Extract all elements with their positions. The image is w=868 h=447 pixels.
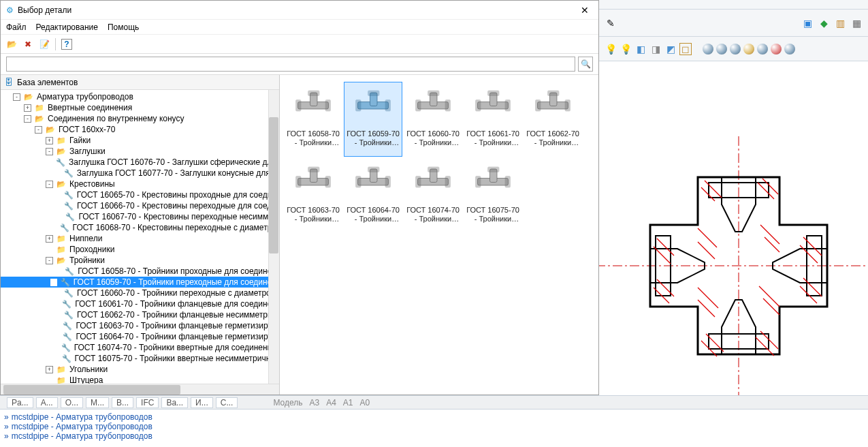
menu-help[interactable]: Помощь [108,22,139,32]
thumb-item-2[interactable]: ГОСТ 16060-70 - Тройники пер... [404,82,462,157]
menu-file[interactable]: Файл [6,22,27,32]
bottom-tab-1[interactable]: A... [36,397,58,408]
bottom-tab-7[interactable]: И... [191,397,213,408]
tree-item-гайки[interactable]: +📁Гайки [1,135,279,146]
bottom-tab-8[interactable]: C... [216,397,238,408]
sphere1-icon[interactable] [703,44,713,55]
expander-icon[interactable]: - [46,181,53,188]
tree-item-т058[interactable]: 🔧ГОСТ 16058-70 - Тройники проходные для … [1,266,279,277]
tree-hscroll[interactable] [1,384,279,395]
cube1-icon[interactable]: ◧ [634,43,647,55]
tree-item-крест[interactable]: -📂Крестовины [1,179,279,189]
thumb-item-8[interactable]: ГОСТ 16075-70 - Тройники вве... [464,158,522,233]
green-icon[interactable]: ◆ [818,17,830,29]
help-icon[interactable]: ? [61,39,72,50]
tree-item-к068[interactable]: 🔧ГОСТ 16068-70 - Крестовины переходные с… [1,222,279,233]
command-console[interactable]: »mcstdpipe - Арматура трубопроводов»mcst… [0,409,868,447]
thumb-item-6[interactable]: ГОСТ 16064-70 - Тройники фла... [344,158,402,233]
sphere3-icon[interactable] [730,44,741,55]
sphere5-icon[interactable] [784,44,795,55]
sphere2-icon[interactable] [716,44,727,55]
tree-scroll[interactable]: -📂Арматура трубопроводов+📁Ввертные соеди… [1,90,279,395]
bottom-tab-4[interactable]: B... [112,397,133,408]
expander-icon[interactable]: + [46,366,53,373]
bottom-tab-2[interactable]: O... [61,397,83,408]
tree-item-т061[interactable]: 🔧ГОСТ 16061-70 - Тройники фланцевые для … [1,298,279,309]
sel-box-icon[interactable]: ◻ [679,43,692,55]
sheet-tab-0[interactable]: Модель [273,398,302,407]
expander-icon[interactable]: - [35,126,42,134]
bulb-off-icon[interactable]: 💡 [620,43,632,55]
bulb-icon[interactable]: 💡 [605,43,617,55]
tee-icon [411,83,455,127]
tree-item-к065[interactable]: 🔧ГОСТ 16065-70 - Крестовины проходные дл… [1,189,279,200]
expander-icon[interactable]: - [46,257,53,264]
pencil-icon[interactable]: ✎ [605,17,617,29]
tree-item-ниппели[interactable]: +📁Ниппели [1,233,279,244]
tree-item-label: ГОСТ 16075-70 - Тройники ввертные несимм… [75,354,276,363]
tree-item-тройн[interactable]: -📂Тройники [1,255,279,266]
tree-root-row[interactable]: 🗄 База элементов [1,75,279,90]
box-icon[interactable]: ▥ [834,17,846,29]
thumb-item-4[interactable]: ГОСТ 16062-70 - Тройники фла... [524,82,582,157]
expander-icon[interactable]: - [24,115,31,123]
tree-item-т062[interactable]: 🔧ГОСТ 16062-70 - Тройники фланцевые неси… [1,309,279,320]
tree-item-т075[interactable]: 🔧ГОСТ 16075-70 - Тройники ввертные несим… [1,353,279,364]
tree-item-т074[interactable]: 🔧ГОСТ 16074-70 - Тройники ввертные для с… [1,342,279,353]
thumb-item-7[interactable]: ГОСТ 16074-70 - Тройники вве... [404,158,462,233]
sphere-red-icon[interactable] [771,44,782,55]
sheet-tab-1[interactable]: A3 [309,398,319,407]
thumb-item-1[interactable]: ГОСТ 16059-70 - Тройники пер... [344,82,402,157]
tree-item-ввертные[interactable]: +📁Ввертные соединения [1,102,279,113]
bottom-tab-0[interactable]: Pa... [7,397,33,408]
part-icon: 🔧 [63,322,72,330]
bottom-tab-6[interactable]: Ba... [161,397,188,408]
grid-icon[interactable]: ▦ [850,17,863,29]
expander-icon[interactable]: + [46,137,53,144]
expander-icon[interactable]: + [24,104,31,112]
thumbnail-pane[interactable]: ГОСТ 16058-70 - Тройники про... ГОСТ 160… [280,75,598,395]
sheet-tab-2[interactable]: A4 [326,398,336,407]
tree-item-загл076[interactable]: 🔧Заглушка ГОСТ 16076-70 - Заглушки сфери… [1,157,279,168]
tee-icon [351,159,395,203]
sphere4-icon[interactable] [757,44,768,55]
tree-vscroll[interactable] [268,90,279,384]
cube3-icon[interactable]: ◩ [664,43,677,55]
search-input[interactable] [6,57,575,72]
tree-item-т064[interactable]: 🔧ГОСТ 16064-70 - Тройники фланцевые герм… [1,331,279,342]
cube2-icon[interactable]: ◨ [649,43,662,55]
thumb-item-0[interactable]: ГОСТ 16058-70 - Тройники про... [284,82,342,157]
sheet-tab-4[interactable]: A0 [360,398,370,407]
dialog-titlebar[interactable]: ⚙ Выбор детали ✕ [1,1,598,20]
tree-item-загл077[interactable]: 🔧Заглушка ГОСТ 16077-70 - Заглушки конус… [1,168,279,179]
drawing-canvas[interactable] [599,61,868,409]
tree-item-заглушки[interactable]: -📂Заглушки [1,146,279,157]
thumb-item-5[interactable]: ГОСТ 16063-70 - Тройники фла... [284,158,342,233]
tree-item-к066[interactable]: 🔧ГОСТ 16066-70 - Крестовины переходные д… [1,200,279,211]
tree-item-проход[interactable]: 📁Проходники [1,244,279,255]
thumb-item-3[interactable]: ГОСТ 16061-70 - Тройники фла... [464,82,522,157]
tree-item-т060[interactable]: 🔧ГОСТ 16060-70 - Тройники переходные с д… [1,288,279,298]
search-button[interactable]: 🔍 [578,57,593,72]
delete-icon[interactable]: ✖ [22,39,33,50]
tree-item-arm[interactable]: -📂Арматура трубопроводов [1,91,279,102]
sheet-tab-3[interactable]: A1 [343,398,353,407]
edit-icon[interactable]: 📝 [39,39,50,50]
open-icon[interactable]: 📂 [6,39,17,50]
expander-icon[interactable]: + [46,235,53,243]
expander-icon[interactable]: - [46,148,53,155]
expander-icon[interactable]: - [13,93,20,101]
tree-item-угол[interactable]: +📁Угольники [1,364,279,375]
tree-item-соед-кон[interactable]: -📂Соединения по внутреннему конусу [1,113,279,124]
close-icon[interactable]: ✕ [577,3,593,17]
tree-item-к067[interactable]: 🔧ГОСТ 16067-70 - Крестовины переходные н… [1,211,279,222]
part-icon: 🔧 [64,289,74,298]
bottom-tab-5[interactable]: IFC [136,397,159,408]
bottom-tab-3[interactable]: M... [86,397,109,408]
door-icon[interactable]: ▣ [801,17,814,29]
sphere-gold-icon[interactable] [743,44,754,55]
tree-item-гост160[interactable]: -📂ГОСТ 160xx-70 [1,124,279,135]
menu-edit[interactable]: Редактирование [36,22,98,32]
tree-item-т059[interactable]: 🔧ГОСТ 16059-70 - Тройники переходные для… [1,277,279,288]
tree-item-т063[interactable]: 🔧ГОСТ 16063-70 - Тройники фланцевые герм… [1,320,279,331]
